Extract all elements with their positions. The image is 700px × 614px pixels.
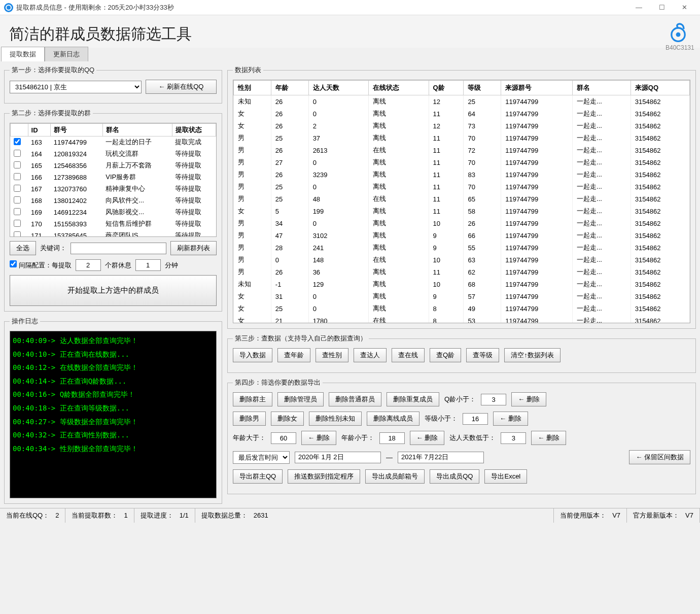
keyword-input[interactable] (71, 243, 166, 254)
age-lt-label: 年龄小于： (341, 433, 374, 442)
delete-owner-button[interactable]: 删除群主 (233, 392, 272, 406)
refresh-group-list-button[interactable]: 刷新群列表 (170, 241, 217, 255)
group-row-check[interactable] (14, 231, 21, 237)
step3-button-5[interactable]: 查Q龄 (430, 348, 461, 362)
step3-button-4[interactable]: 查在线 (392, 348, 425, 362)
data-row[interactable]: 男263239离线1183119744799一起走...3154862 (234, 168, 690, 181)
delete-daren-button[interactable]: ← 删除 (531, 431, 566, 445)
export-excel-button[interactable]: 导出Excel (484, 469, 527, 484)
interval-count-input[interactable] (76, 259, 101, 271)
group-row[interactable]: 168138012402向风软件交...等待提取 (11, 195, 216, 207)
group-row-check[interactable] (14, 161, 21, 168)
step1-legend: 第一步：选择你要提取的QQ (10, 65, 96, 75)
data-row[interactable]: 女260离线1164119744799一起走...3154862 (234, 108, 690, 120)
data-row[interactable]: 男2636离线1162119744799一起走...3154862 (234, 266, 690, 278)
group-row-check[interactable] (14, 173, 21, 180)
group-row[interactable]: 166127389688VIP服务群等待提取 (11, 172, 216, 183)
data-table-header: 性别年龄达人天数在线状态Q龄等级来源群号群名来源QQ (234, 81, 690, 95)
data-row[interactable]: 男0148在线1063119744799一起走...3154862 (234, 254, 690, 266)
group-row-check[interactable] (14, 150, 21, 157)
level-lt-label: 等级小于： (425, 414, 458, 423)
step3-panel: 第三步：查数据（支持导入自己的数据查询） 导入数据查年龄查性别查达人查在线查Q龄… (227, 334, 696, 373)
tab-extract[interactable]: 提取数据 (1, 47, 45, 61)
delete-level-button[interactable]: ← 删除 (493, 412, 528, 426)
age-gt-input[interactable] (271, 432, 296, 444)
data-row[interactable]: 男340离线1026119744799一起走...3154862 (234, 217, 690, 229)
delete-offline-button[interactable]: 删除离线成员 (367, 412, 419, 426)
age-lt-input[interactable] (379, 432, 405, 444)
interval-checkbox[interactable]: 间隔配置：每提取 (10, 260, 72, 270)
group-row-check[interactable] (14, 138, 21, 145)
log-legend: 操作日志 (10, 317, 40, 326)
app-icon (4, 3, 13, 12)
qage-lt-input[interactable] (481, 394, 506, 405)
group-row-check[interactable] (14, 220, 21, 227)
delete-unknown-gender-button[interactable]: 删除性别未知 (309, 412, 362, 426)
minimize-button[interactable]: — (627, 0, 650, 15)
data-row[interactable]: 男2537离线1170119744799一起走...3154862 (234, 132, 690, 144)
step3-button-0[interactable]: 导入数据 (233, 348, 272, 362)
group-row[interactable]: 169146912234风驰影视交...等待提取 (11, 207, 216, 218)
data-row[interactable]: 未知260离线1225119744799一起走...3154862 (234, 95, 690, 108)
data-row[interactable]: 男270离线1170119744799一起走...3154862 (234, 156, 690, 168)
step3-button-1[interactable]: 查年龄 (277, 348, 310, 362)
group-row-check[interactable] (14, 185, 21, 192)
export-email-button[interactable]: 导出成员邮箱号 (365, 469, 425, 484)
group-row-check[interactable] (14, 196, 21, 203)
interval-minutes-input[interactable] (135, 259, 161, 271)
data-row[interactable]: 女211780在线853119744799一起走...3154862 (234, 315, 690, 323)
window-controls: — ☐ ✕ (627, 0, 696, 15)
group-row[interactable]: 167132073760精神康复中心等待提取 (11, 183, 216, 195)
date-to-input[interactable] (398, 452, 484, 463)
level-lt-input[interactable] (463, 413, 488, 425)
qq-select[interactable]: 315486210 | 京生 (10, 81, 142, 93)
date-field-select[interactable]: 最后发言时间 (233, 451, 290, 464)
date-from-input[interactable] (295, 452, 381, 463)
data-row[interactable]: 女250离线849119744799一起走...3154862 (234, 302, 690, 315)
start-extract-button[interactable]: 开始提取上方选中的群成员 (10, 275, 217, 306)
delete-female-button[interactable]: 删除女 (271, 412, 304, 426)
age-gt-label: 年龄大于： (233, 433, 266, 442)
step3-button-3[interactable]: 查达人 (354, 348, 387, 362)
group-row[interactable]: 170151558393短信售后维护群等待提取 (11, 218, 216, 230)
logo-text: B40C3131 (666, 44, 691, 51)
delete-age-gt-button[interactable]: ← 删除 (301, 431, 336, 445)
data-row[interactable]: 男2548在线1165119744799一起走...3154862 (234, 193, 690, 205)
delete-member-button[interactable]: 删除普通群员 (329, 392, 381, 406)
group-row[interactable]: 171153785645薇恋团队IS...等待提取 (11, 230, 216, 237)
group-row[interactable]: 165125468356月薪上万不套路等待提取 (11, 160, 216, 172)
group-row-check[interactable] (14, 208, 21, 215)
data-row[interactable]: 男473102离线966119744799一起走...3154862 (234, 229, 690, 242)
export-owner-qq-button[interactable]: 导出群主QQ (233, 469, 283, 484)
daren-lt-input[interactable] (501, 432, 526, 444)
group-table[interactable]: ID 群号 群名 提取状态 163119744799一起走过的日子提取完成164… (10, 123, 217, 237)
export-member-qq-button[interactable]: 导出成员QQ (430, 469, 479, 484)
data-row[interactable]: 女5199离线1158119744799一起走...3154862 (234, 205, 690, 217)
logo: B40C3131 (666, 22, 691, 48)
step3-button-7[interactable]: 清空↑数据列表 (504, 348, 561, 362)
window-title: 提取群成员信息 - 使用期剩余：205天20小时33分33秒 (16, 3, 174, 12)
refresh-qq-button[interactable]: ← 刷新在线QQ (146, 80, 217, 94)
select-all-button[interactable]: 全选 (10, 241, 36, 255)
delete-duplicate-button[interactable]: 删除重复成员 (387, 392, 439, 406)
delete-qage-button[interactable]: ← 删除 (511, 392, 546, 406)
data-row[interactable]: 男250离线1170119744799一起走...3154862 (234, 181, 690, 193)
data-row[interactable]: 男28241离线955119744799一起走...3154862 (234, 242, 690, 254)
delete-male-button[interactable]: 删除男 (233, 412, 266, 426)
group-row[interactable]: 164120819324玩机交流群等待提取 (11, 148, 216, 160)
data-table[interactable]: 性别年龄达人天数在线状态Q龄等级来源群号群名来源QQ 未知260离线122511… (233, 80, 690, 323)
data-row[interactable]: 未知-1129离线1068119744799一起走...3154862 (234, 278, 690, 290)
close-button[interactable]: ✕ (673, 0, 696, 15)
maximize-button[interactable]: ☐ (650, 0, 673, 15)
data-row[interactable]: 女310离线957119744799一起走...3154862 (234, 290, 690, 302)
step3-button-6[interactable]: 查等级 (466, 348, 499, 362)
push-program-button[interactable]: 推送数据到指定程序 (288, 469, 360, 484)
data-row[interactable]: 男262613在线1172119744799一起走...3154862 (234, 144, 690, 156)
tab-changelog[interactable]: 更新日志 (45, 47, 88, 61)
group-row[interactable]: 163119744799一起走过的日子提取完成 (11, 137, 216, 148)
delete-admin-button[interactable]: 删除管理员 (277, 392, 324, 406)
step3-button-2[interactable]: 查性别 (316, 348, 348, 362)
delete-age-lt-button[interactable]: ← 删除 (410, 431, 445, 445)
data-row[interactable]: 女262离线1273119744799一起走...3154862 (234, 120, 690, 132)
keep-range-button[interactable]: ← 保留区间数据 (629, 450, 690, 464)
